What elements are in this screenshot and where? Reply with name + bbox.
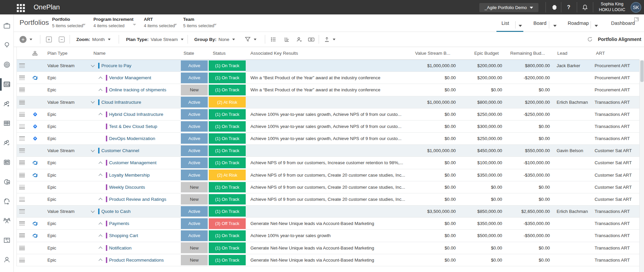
settings-button[interactable] [549, 0, 559, 14]
item-name-link[interactable]: Customer Channel [102, 148, 139, 153]
item-name-link[interactable]: Shopping Cart [109, 233, 138, 238]
add-item-button[interactable]: + [19, 32, 27, 47]
filter-program-increment[interactable]: Program Increment 4 items selected [93, 17, 137, 28]
col-name[interactable]: Name [88, 51, 180, 56]
app-launcher-icon[interactable] [17, 4, 25, 12]
collapse-all-button[interactable]: − [59, 32, 65, 47]
item-name-link[interactable]: Online tracking of shipments [109, 87, 166, 92]
drag-handle-icon[interactable] [19, 88, 25, 92]
filter-portfolio[interactable]: Portfolio 5 items selected [52, 17, 86, 28]
table-row[interactable]: Epic Shopping Cart Active (1) On Track A… [16, 230, 639, 242]
refresh-icon[interactable] [587, 36, 593, 42]
board-view-button[interactable] [284, 32, 290, 47]
tab-list[interactable]: List [501, 14, 509, 32]
item-name-link[interactable]: Customer Management [109, 160, 157, 165]
table-row[interactable]: Epic DevOps Modernization Active (1) On … [16, 133, 639, 145]
state-badge[interactable]: New [181, 194, 208, 205]
sidebar-item-profile[interactable] [3, 256, 11, 264]
sidebar-item-reports[interactable] [3, 178, 11, 186]
col-remaining[interactable]: Remaining Bud... [507, 51, 554, 56]
item-name-link[interactable]: Vendor Management [109, 75, 151, 80]
state-badge[interactable]: Active [181, 206, 208, 217]
status-badge[interactable]: (2) At Risk [209, 170, 246, 180]
sidebar-item-resources[interactable] [3, 100, 11, 108]
status-badge[interactable]: (1) On Track [209, 109, 246, 120]
item-name-link[interactable]: Cloud Infrastructure [102, 100, 142, 105]
table-row[interactable]: Epic Loyalty Membership Active (2) At Ri… [16, 169, 639, 181]
item-name-link[interactable]: Payments [109, 221, 129, 226]
sidebar-item-sprints[interactable] [3, 197, 11, 206]
status-badge[interactable]: (2) At Risk [209, 97, 246, 107]
list-view-button[interactable] [270, 32, 277, 47]
status-badge[interactable]: (1) On Track [209, 206, 246, 217]
workspace-selector-button[interactable]: _Agile Portfolio Demo [479, 3, 538, 12]
drag-handle-icon[interactable] [19, 124, 25, 129]
tree-chevron-icon[interactable] [99, 234, 103, 238]
table-row[interactable]: Epic Payments Active (3) Off Track Gener… [16, 218, 639, 230]
state-badge[interactable]: New [181, 182, 208, 193]
vertical-scrollbar[interactable] [639, 60, 644, 272]
expand-icon[interactable] [634, 17, 639, 21]
tab-board[interactable]: Board [533, 14, 547, 32]
sidebar-item-grid[interactable] [3, 119, 11, 128]
avatar[interactable]: SK [631, 2, 641, 13]
drag-handle-icon[interactable] [19, 112, 25, 117]
item-name-link[interactable]: Test & Dev Cloud Setup [109, 124, 157, 129]
tree-chevron-icon[interactable] [99, 161, 103, 165]
status-badge[interactable]: (3) Off Track [209, 218, 246, 229]
drag-handle-icon[interactable] [19, 148, 25, 153]
drag-handle-icon[interactable] [19, 63, 25, 68]
budget-button[interactable] [308, 32, 315, 47]
table-row[interactable]: Value Stream Customer Channel Active (1)… [16, 145, 639, 157]
tab-roadmap[interactable]: Roadmap [568, 14, 589, 32]
drag-handle-icon[interactable] [19, 246, 25, 250]
tree-chevron-icon[interactable] [99, 258, 103, 262]
table-row[interactable]: Epic Hybrid Cloud Infrastructure Active … [16, 108, 639, 121]
col-status[interactable]: Status [208, 51, 246, 56]
drag-handle-icon[interactable] [19, 258, 25, 262]
tree-chevron-icon[interactable] [99, 173, 103, 177]
drag-handle-icon[interactable] [19, 161, 25, 165]
tree-chevron-icon[interactable] [99, 222, 103, 226]
tab-dashboard[interactable]: Dashboard [611, 14, 635, 32]
item-name-link[interactable]: DevOps Modernization [109, 136, 155, 141]
add-item-dropdown[interactable] [30, 32, 32, 47]
table-row[interactable]: Epic Product Recommendations New (1) On … [16, 254, 639, 266]
state-badge[interactable]: Active [181, 109, 208, 120]
filter-art[interactable]: ART 4 items selected [144, 17, 177, 28]
table-row[interactable]: Epic Notification New (1) On Track Gener… [16, 242, 639, 254]
item-name-link[interactable]: Procure to Pay [102, 63, 131, 68]
status-badge[interactable]: (1) On Track [209, 182, 246, 193]
sidebar-item-portfolios[interactable] [3, 21, 11, 30]
item-name-link[interactable]: Notification [109, 245, 132, 251]
tree-chevron-icon[interactable] [91, 100, 95, 104]
chevron-down-icon[interactable] [519, 25, 522, 27]
drag-handle-icon[interactable] [19, 173, 25, 177]
sidebar-item-team[interactable] [3, 139, 11, 147]
col-plan-type[interactable]: Plan Type [40, 51, 88, 56]
status-badge[interactable]: (1) On Track [209, 133, 246, 144]
chevron-down-icon[interactable] [553, 25, 557, 27]
chevron-down-icon[interactable] [595, 25, 598, 27]
state-badge[interactable]: Active [181, 230, 208, 241]
help-button[interactable]: ? [564, 0, 574, 14]
tree-chevron-icon[interactable] [91, 149, 95, 153]
table-row[interactable]: Epic Customer Management Active (1) On T… [16, 157, 639, 169]
status-badge[interactable]: (1) On Track [209, 145, 246, 156]
expand-all-button[interactable]: + [46, 32, 52, 47]
table-row[interactable]: Epic Weekly Discounts New (1) On Track A… [16, 181, 639, 193]
status-badge[interactable]: (1) On Track [209, 157, 246, 168]
tree-chevron-icon[interactable] [99, 137, 103, 141]
portfolio-alignment-button[interactable]: Portfolio Alignment [598, 37, 641, 42]
item-name-link[interactable]: Product Recommendations [109, 258, 164, 263]
table-row[interactable]: Value Stream Procure to Pay Active (1) O… [16, 60, 639, 72]
status-badge[interactable]: (1) On Track [209, 121, 246, 132]
drag-handle-icon[interactable] [19, 209, 25, 214]
drag-handle-icon[interactable] [19, 221, 25, 226]
status-badge[interactable]: (1) On Track [209, 60, 246, 71]
share-button[interactable] [296, 32, 303, 47]
tree-chevron-icon[interactable] [99, 185, 103, 189]
state-badge[interactable]: Active [181, 121, 208, 132]
status-badge[interactable]: (1) On Track [209, 85, 246, 95]
status-badge[interactable]: (1) On Track [209, 255, 246, 266]
